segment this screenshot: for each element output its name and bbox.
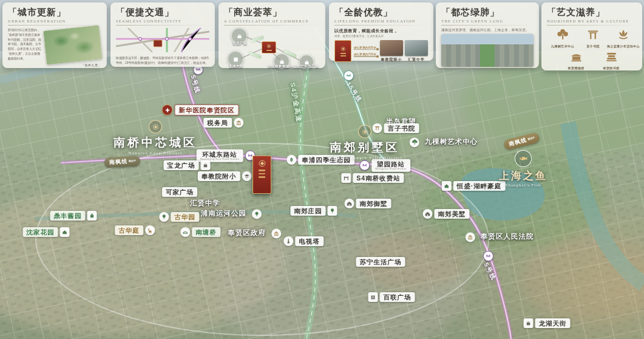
poi-xinhua-hospital: 新华医院奉贤院区 <box>162 104 239 115</box>
school-photo-caption: 奉教院附小 <box>380 57 403 63</box>
metro-logo-icon <box>483 251 493 261</box>
school-photo <box>405 40 428 56</box>
line-name: 南枫线 <box>109 158 128 167</box>
poi-dingfeng-garden: 鼎丰酱园 <box>50 211 97 221</box>
culture-item: 奉贤博物馆 <box>568 50 585 70</box>
toll-gate-icon <box>341 173 351 183</box>
poi-nanjiao-meishu: 南郊美墅 <box>423 209 470 219</box>
card-arts-culture: 「艺文滋养」 Nourished by Arts & Culture 九棵树艺术… <box>541 2 642 70</box>
poi-huixian-middle-school: 汇贤中学 <box>186 198 224 208</box>
school-icon <box>242 171 251 181</box>
poi-guhua-park: 古华园 <box>159 212 199 222</box>
project-marker <box>253 156 271 194</box>
card-urban-regeneration: 「城市更新」 Urban Regeneration 距项目约1公里范围内，“南桥… <box>2 2 107 68</box>
lotus-icon <box>617 28 630 41</box>
metro-logo-icon <box>359 160 370 171</box>
hospital-cross-icon <box>162 104 173 115</box>
district-southern-villa: 南郊别墅区 Southern Suburb Villa District <box>327 125 402 160</box>
district-nanqiao-core: 南桥中芯城区 Nanqiao Core District <box>114 120 197 155</box>
card-subtitle: Urban Regeneration <box>8 19 101 23</box>
district-seal-icon <box>358 125 371 139</box>
project-logo <box>262 41 276 53</box>
card-subtitle: A Constellation of Commerce <box>224 19 320 23</box>
masterplan-thumbnail <box>43 25 102 64</box>
card-title: 「全龄优教」 <box>334 7 428 18</box>
poi-peoples-court: 奉贤区人民法院 <box>466 231 538 242</box>
poi-kejia-plaza: 可家广场 <box>162 187 197 197</box>
card-education: 「全龄优教」 Lifelong Premium Education 以优质教育，… <box>329 2 433 61</box>
card-green-lung: 「都芯绿肺」 The City's Green Lung 浦南运河贯穿境、浦南运… <box>436 2 539 68</box>
card-subtitle: Lifelong Premium Education <box>334 19 428 23</box>
villa-icon <box>345 199 354 208</box>
education-note: 书香、教育生活配套齐全，让成长更从容 <box>334 35 428 38</box>
card-title: 「都芯绿肺」 <box>441 7 534 18</box>
park-tree-icon <box>252 209 262 219</box>
card-title: 「艺文滋养」 <box>547 7 637 18</box>
house-icon <box>60 227 70 237</box>
card-body-text: 浦南运河贯穿境、浦南运河公园、上海之鱼，鲜氧宜居。 <box>441 28 534 32</box>
project-emblem-icon <box>258 159 266 168</box>
library-books-icon <box>605 50 618 63</box>
card-subtitle: Seamless Connectivity <box>116 19 209 23</box>
poi-fengjiaoyuan-primary: 奉教院附小 <box>198 171 252 181</box>
poi-s4-toll-station: S4南桥收费站 <box>341 173 404 183</box>
distance-rail <box>354 49 378 50</box>
park-tree-icon <box>159 212 169 222</box>
distance-rail <box>354 56 378 57</box>
landmark-name: 上海之鱼 <box>499 169 547 183</box>
commerce-node-label: 苏宁生活广场 <box>297 64 319 69</box>
commerce-node-label: 百联南桥购物中心 <box>268 64 297 69</box>
project-emblem-icon <box>266 44 271 49</box>
school-photo-caption: 汇贤中学 <box>405 57 428 63</box>
leaf-icon <box>286 155 296 165</box>
nine-trees-icon <box>410 137 419 147</box>
poi-nine-trees-art-center: 九棵树艺术中心 <box>410 137 482 147</box>
aerial-map-poster: 南桥中芯城区 Nanqiao Core District 南郊别墅区 South… <box>0 0 644 339</box>
deer-icon <box>145 225 155 235</box>
court-building-icon <box>466 232 475 242</box>
card-title: 「商业荟萃」 <box>224 7 320 18</box>
culture-icon-grid: 九棵树艺术中心 言子书院 海之花青少年活动中心 奉贤博物馆 奉贤图书馆 <box>547 28 637 70</box>
poi-suning-plaza: 苏宁生活广场 <box>356 257 405 267</box>
poi-bailian-plaza: 百联广场 <box>368 292 415 302</box>
district-name: 南桥中芯城区 <box>114 135 197 151</box>
card-subtitle: The City's Green Lung <box>441 19 534 23</box>
culture-item: 九棵树艺术中心 <box>551 28 574 48</box>
line-status: 建设中 <box>527 137 535 141</box>
shopping-bag-icon <box>201 160 211 170</box>
archway-icon <box>586 28 600 41</box>
metro-logo-icon <box>344 70 354 81</box>
poi-baolong-plaza: 宝龙广场 <box>164 160 211 170</box>
green-axis-photo <box>441 34 534 67</box>
district-name-en: Nanqiao Core District <box>114 151 197 155</box>
landmark-name-en: Shanghai's Fish <box>499 183 547 188</box>
card-title: 「便捷交通」 <box>116 7 209 18</box>
government-building-icon <box>234 118 243 128</box>
villa-icon <box>423 209 433 219</box>
data-source-footnote: *数据来源于百度地图 <box>116 66 209 69</box>
shopping-bag-icon <box>279 58 285 65</box>
culture-item: 言子书院 <box>586 28 600 48</box>
district-name: 南郊别墅区 <box>327 140 402 156</box>
poi-tv-tower: 电视塔 <box>283 236 324 246</box>
commerce-hub-diagram: 宝龙广场 龙湖天街 百联南桥购物中心 苏宁生活广场 <box>224 28 320 68</box>
mall-icon <box>232 56 239 63</box>
government-building-icon <box>271 228 281 238</box>
card-commerce: 「商业荟萃」 A Constellation of Commerce 宝龙广场 … <box>219 2 325 68</box>
culture-item: 海之花青少年活动中心 <box>607 28 640 48</box>
poi-longfor-paradise-walk: 龙湖天街 <box>524 318 571 328</box>
poi-nanjiao-manor: 南郊庄园 <box>291 206 337 216</box>
shopping-bag-icon <box>236 33 243 39</box>
district-name-en: Southern Suburb Villa District <box>327 156 402 160</box>
landmark-shanghai-fish: 上海之鱼 Shanghai's Fish <box>499 150 547 188</box>
shopping-bag-icon <box>524 318 534 328</box>
card-title: 「城市更新」 <box>8 7 101 18</box>
palace-roof-icon <box>569 50 583 63</box>
poi-shenjia-garden: 沈家花园 <box>23 227 70 237</box>
poi-nanjiao-yushu: 南郊御墅 <box>345 199 391 208</box>
card-body-text: 快速路直达市区，解放路、环城东路等城市干道纵横立体路网；地铁5号线、15号线南延… <box>116 56 209 65</box>
card-subtitle: Nourished by Arts & Culture <box>547 19 637 23</box>
poi-punan-canal-park: 浦南运河公园 <box>197 208 262 219</box>
poi-tax-bureau: 税务局 <box>203 118 243 128</box>
card-transport: 「便捷交通」 Seamless Connectivity 快速路直达市区，解放路… <box>110 2 215 67</box>
